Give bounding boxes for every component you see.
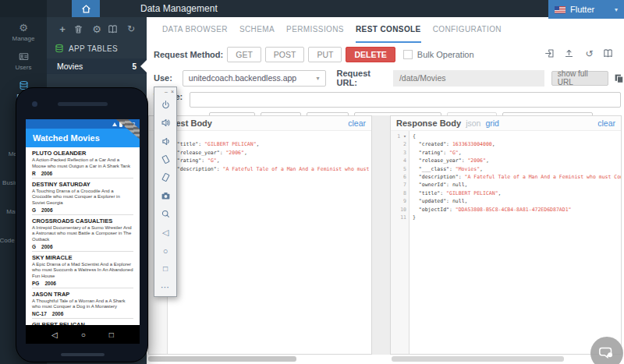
show-full-url-button[interactable]: show full URL xyxy=(551,71,608,86)
table-item-movies[interactable]: Movies 5 xyxy=(47,58,147,74)
method-buttons: GETPOSTPUTDELETE xyxy=(223,47,395,62)
emulator-overview-icon[interactable]: □ xyxy=(154,260,176,277)
movie-rating: R2006 xyxy=(32,171,133,176)
close-icon[interactable]: × xyxy=(171,89,174,94)
tab-configuration[interactable]: CONFIGURATION xyxy=(433,17,502,43)
movie-list-item[interactable]: GILBERT PELICANA Fateful Tale of a Man A… xyxy=(32,319,133,325)
method-button-post[interactable]: POST xyxy=(265,47,305,62)
emulator-more-icon[interactable]: ⋯ xyxy=(154,278,176,296)
tab-rest-console[interactable]: REST CONSOLE xyxy=(356,17,421,43)
response-body-clear-link[interactable]: clear xyxy=(597,118,615,128)
where-input[interactable] xyxy=(190,92,621,108)
movie-list-item[interactable]: SKY MIRACLEA Epic Drama of a Mad Scienti… xyxy=(32,252,133,288)
gear-icon: ⚙ xyxy=(19,22,28,34)
emulator-icon-column: ◁○□⋯ xyxy=(154,96,176,296)
history-icon[interactable]: ↺ xyxy=(583,48,595,59)
emulator-home-icon[interactable]: ○ xyxy=(154,242,176,260)
movie-list: PLUTO OLEANDERA Action-Packed Reflection… xyxy=(26,147,140,325)
bulk-operation-checkbox[interactable] xyxy=(403,50,413,59)
movie-list-item[interactable]: CROSSROADS CASUALTIESA Intrepid Document… xyxy=(32,215,133,252)
movie-rating: G2006 xyxy=(32,207,133,213)
method-button-get[interactable]: GET xyxy=(227,47,261,62)
panel-resize-gutter[interactable] xyxy=(372,115,390,355)
minimize-icon[interactable]: – xyxy=(165,89,168,94)
phone-bottom-speaker xyxy=(61,353,105,356)
request-body-editor[interactable]: [{ "title": "GILBERT PELICAN", "release_… xyxy=(168,131,371,354)
movie-rating: PG2006 xyxy=(32,281,133,286)
response-horizontal-scrollbar[interactable] xyxy=(392,356,564,362)
login-icon[interactable] xyxy=(544,48,556,59)
bulk-operation-label: Bulk Operation xyxy=(417,50,474,59)
refresh-icon[interactable]: ↻ xyxy=(125,23,137,34)
tab-permissions[interactable]: PERMISSIONS xyxy=(286,17,344,43)
host-select[interactable]: unitedcoach.backendless.app ▾ xyxy=(183,70,326,87)
tab-data-browser[interactable]: DATA BROWSER xyxy=(162,17,228,43)
response-line-numbers: 1 ▾234567891011 xyxy=(391,131,410,354)
docs-icon[interactable] xyxy=(603,48,615,59)
emulator-power-icon[interactable] xyxy=(154,96,176,114)
tab-schema[interactable]: SCHEMA xyxy=(239,17,275,43)
movie-title: CROSSROADS CASUALTIES xyxy=(32,217,133,224)
app-tables-label: APP TABLES xyxy=(69,44,118,53)
movie-list-item[interactable]: DESTINY SATURDAYA Touching Drama of a Cr… xyxy=(32,178,133,215)
app-tables-header[interactable]: APP TABLES xyxy=(47,41,147,56)
request-method-label: Request Method: xyxy=(154,50,223,59)
phone-camera xyxy=(32,101,37,107)
response-view-grid-link[interactable]: grid xyxy=(485,118,499,128)
section-tabs: DATA BROWSERSCHEMAPERMISSIONSREST CONSOL… xyxy=(147,17,624,43)
table-name: Movies xyxy=(57,62,83,71)
top-bar: Data Management Flutter ▾ xyxy=(0,0,624,17)
method-button-delete[interactable]: DELETE xyxy=(346,47,395,62)
copy-url-icon[interactable] xyxy=(614,73,624,83)
request-url-value: /data/Movies xyxy=(393,70,544,87)
sidebar-item-manage[interactable]: ⚙Manage xyxy=(0,17,47,46)
add-icon[interactable]: + xyxy=(56,23,69,35)
phone-earpiece xyxy=(58,102,108,106)
selected-table-pointer xyxy=(140,59,147,73)
sidebar-item-users[interactable]: Users xyxy=(0,46,47,75)
nav-back-icon[interactable]: ◁ xyxy=(51,330,58,339)
response-view-json-link[interactable]: json xyxy=(466,118,480,128)
movie-list-item[interactable]: PLUTO OLEANDERA Action-Packed Reflection… xyxy=(32,147,133,178)
emulator-volume-up-icon[interactable] xyxy=(154,114,176,132)
response-body-viewer[interactable]: { "created": 1633633004000, "rating": "G… xyxy=(410,131,621,354)
phone-emulator: 8:12 Watched Movies PLUTO OLEANDERA Acti… xyxy=(16,87,148,362)
movie-list-item[interactable]: JASON TRAPA Thoughtful Tale of a Woman A… xyxy=(32,288,133,320)
docs-icon[interactable] xyxy=(108,24,120,34)
app-switcher-button[interactable]: Flutter ▾ xyxy=(548,0,624,19)
phone-app-bar: Watched Movies xyxy=(26,129,140,147)
emulator-volume-down-icon[interactable] xyxy=(154,132,176,150)
nav-overview-icon[interactable]: □ xyxy=(109,330,114,339)
app-switcher-label: Flutter xyxy=(570,5,594,14)
response-body-title: Response Body xyxy=(396,118,461,128)
export-icon[interactable] xyxy=(564,48,576,59)
home-button[interactable] xyxy=(72,0,100,17)
emulator-back-icon[interactable]: ◁ xyxy=(154,223,176,241)
emulator-rotate-right-icon[interactable] xyxy=(154,168,176,186)
movie-title: PLUTO OLEANDER xyxy=(32,150,133,157)
request-horizontal-scrollbar[interactable] xyxy=(148,356,296,362)
request-body-panel: Request Body clear 123456 [{ "title": "G… xyxy=(148,115,372,355)
response-body-panel: Response Body json grid clear 1 ▾2345678… xyxy=(390,115,622,355)
movie-title: SKY MIRACLE xyxy=(32,254,133,261)
nav-home-icon[interactable]: ○ xyxy=(81,330,86,339)
request-body-clear-link[interactable]: clear xyxy=(348,118,366,128)
us-flag-icon xyxy=(555,6,566,13)
movie-description: A Touching Drama of a Crocodile And a Cr… xyxy=(32,189,133,207)
emulator-titlebar: – × xyxy=(154,87,176,96)
emulator-rotate-left-icon[interactable] xyxy=(154,150,176,168)
emulator-screenshot-camera-icon[interactable] xyxy=(154,187,176,205)
page-title: Data Management xyxy=(140,0,218,17)
method-button-put[interactable]: PUT xyxy=(308,47,342,62)
table-record-count: 5 xyxy=(132,62,136,71)
where-row: Where: xyxy=(147,92,624,108)
emulator-zoom-icon[interactable] xyxy=(154,205,176,223)
trash-icon[interactable] xyxy=(73,24,86,34)
support-chat-button[interactable] xyxy=(590,337,623,364)
movie-title: DESTINY SATURDAY xyxy=(32,181,133,188)
movie-description: A Intrepid Documentary of a Sumo Wrestle… xyxy=(32,225,133,243)
host-select-value: unitedcoach.backendless.app xyxy=(189,73,296,83)
emulator-toolbar-window: – × ◁○□⋯ xyxy=(154,87,177,297)
request-method-row: Request Method: GETPOSTPUTDELETE Bulk Op… xyxy=(147,46,624,63)
gear-icon[interactable]: ⚙ xyxy=(90,23,103,35)
